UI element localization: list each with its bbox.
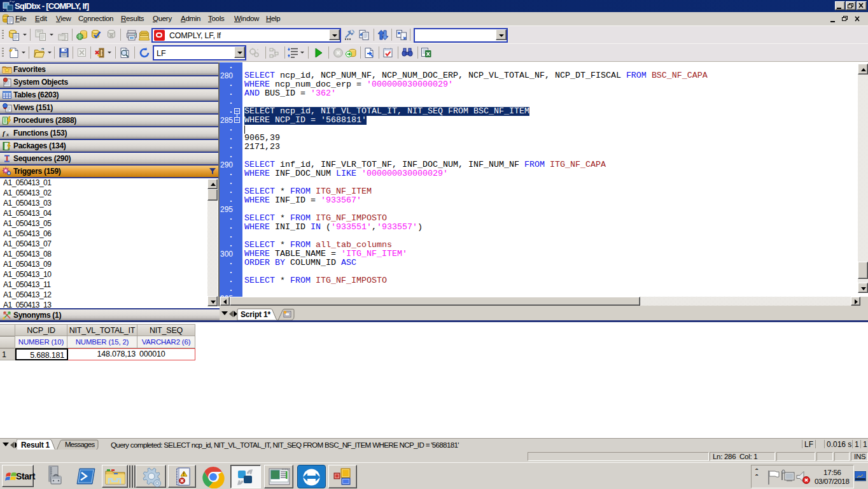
svg-text:x: x — [6, 132, 9, 138]
svg-text:f: f — [3, 129, 6, 137]
svg-text:!: ! — [183, 472, 184, 476]
